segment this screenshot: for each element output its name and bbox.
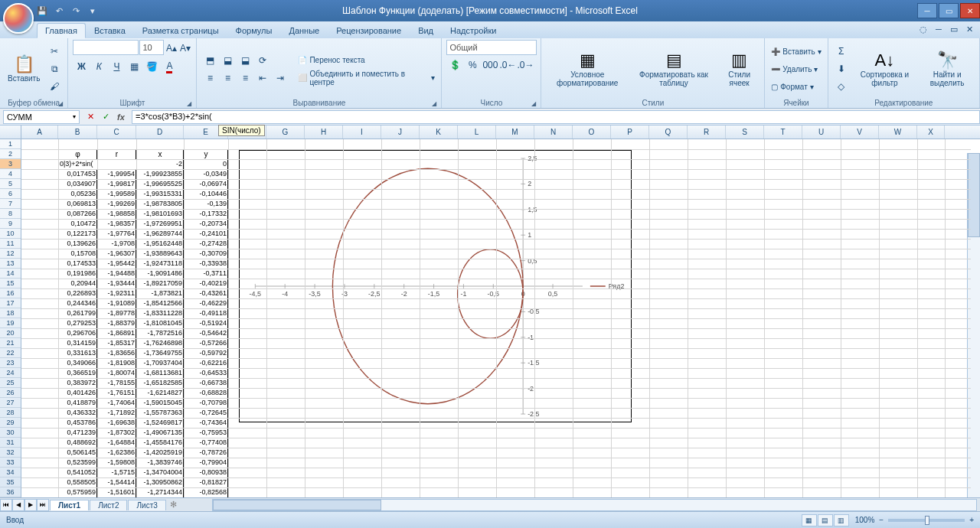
copy-icon[interactable]: ⧉ xyxy=(46,60,63,77)
cell-C6[interactable]: -1,99589 xyxy=(97,189,136,199)
tab-insert[interactable]: Вставка xyxy=(86,23,134,38)
col-header-R[interactable]: R xyxy=(688,125,726,139)
format-painter-icon[interactable]: 🖌 xyxy=(46,78,63,95)
comma-icon[interactable]: 000 xyxy=(482,57,498,73)
cell-D18[interactable]: -1,83311228 xyxy=(136,308,184,318)
clear-icon[interactable]: ◇ xyxy=(833,78,850,95)
doc-minimize-button[interactable]: ─ xyxy=(933,23,945,35)
tab-formulas[interactable]: Формулы xyxy=(227,23,281,38)
cell-B29[interactable]: 0,453786 xyxy=(58,418,97,428)
col-header-U[interactable]: U xyxy=(802,125,841,139)
col-header-B[interactable]: B xyxy=(58,125,97,139)
col-header-Q[interactable]: Q xyxy=(649,125,688,139)
border-icon[interactable]: ▦ xyxy=(126,58,142,75)
cell-C32[interactable]: -1,62386 xyxy=(97,448,136,458)
row-header-35[interactable]: 35 xyxy=(0,477,21,487)
cell-E32[interactable]: -0,78726 xyxy=(184,448,228,458)
select-all-corner[interactable] xyxy=(0,125,21,139)
cell-C19[interactable]: -1,88379 xyxy=(97,318,136,328)
cell-B14[interactable]: 0,191986 xyxy=(58,269,97,279)
cell-B16[interactable]: 0,226893 xyxy=(58,288,97,298)
cell-D33[interactable]: -1,3839746 xyxy=(136,458,184,468)
cell-B7[interactable]: 0,069813 xyxy=(58,199,97,209)
number-format-combo[interactable] xyxy=(446,40,537,55)
cell-B12[interactable]: 0,15708 xyxy=(58,249,97,259)
row-header-6[interactable]: 6 xyxy=(0,189,21,199)
conditional-format-button[interactable]: ▦Условное форматирование xyxy=(546,40,629,98)
tab-review[interactable]: Рецензирование xyxy=(328,23,410,38)
cell-E18[interactable]: -0,49118 xyxy=(184,308,228,318)
horizontal-scrollbar[interactable] xyxy=(212,499,977,511)
cell-E22[interactable]: -0,59792 xyxy=(184,348,228,358)
cut-icon[interactable]: ✂ xyxy=(46,43,63,60)
cell-styles-button[interactable]: ▥Стили ячеек xyxy=(719,40,760,98)
cell-D16[interactable]: -1,873821 xyxy=(136,288,184,298)
format-cells-button[interactable]: ▢ Формат ▾ xyxy=(769,78,822,95)
cell-E4[interactable]: -0,0349 xyxy=(184,169,228,179)
cell-D23[interactable]: -1,70937404 xyxy=(136,358,184,368)
row-header-33[interactable]: 33 xyxy=(0,458,21,468)
col-header-K[interactable]: K xyxy=(420,125,458,139)
cell-C17[interactable]: -1,91089 xyxy=(97,298,136,308)
cell-B13[interactable]: 0,174533 xyxy=(58,259,97,269)
cell-C11[interactable]: -1,9708 xyxy=(97,239,136,249)
row-header-11[interactable]: 11 xyxy=(0,239,21,249)
cell-E17[interactable]: -0,46229 xyxy=(184,298,228,308)
cell-E5[interactable]: -0,06974 xyxy=(184,179,228,189)
save-icon[interactable]: 💾 xyxy=(35,4,49,18)
cell-B17[interactable]: 0,244346 xyxy=(58,298,97,308)
cell-C16[interactable]: -1,92311 xyxy=(97,288,136,298)
col-header-H[interactable]: H xyxy=(305,125,343,139)
cell-E20[interactable]: -0,54642 xyxy=(184,328,228,338)
zoom-thumb[interactable] xyxy=(925,516,929,525)
cell-B26[interactable]: 0,401426 xyxy=(58,388,97,398)
cell-E7[interactable]: -0,139 xyxy=(184,199,228,209)
zoom-in-button[interactable]: + xyxy=(969,516,974,524)
cell-D29[interactable]: -1,52469817 xyxy=(136,418,184,428)
cell-D24[interactable]: -1,68113681 xyxy=(136,368,184,378)
cell-B18[interactable]: 0,261799 xyxy=(58,308,97,318)
bold-button[interactable]: Ж xyxy=(73,58,90,75)
row-header-5[interactable]: 5 xyxy=(0,179,21,189)
minimize-button[interactable]: ─ xyxy=(917,3,937,18)
row-header-14[interactable]: 14 xyxy=(0,269,21,279)
cell-E6[interactable]: -0,10446 xyxy=(184,189,228,199)
cell-C34[interactable]: -1,5715 xyxy=(97,468,136,477)
row-header-36[interactable]: 36 xyxy=(0,487,21,497)
row-header-9[interactable]: 9 xyxy=(0,219,21,229)
maximize-button[interactable]: ▭ xyxy=(939,3,959,18)
cell-C23[interactable]: -1,81908 xyxy=(97,358,136,368)
sheet-nav-first[interactable]: ⏮ xyxy=(0,499,12,511)
vertical-scrollbar[interactable] xyxy=(967,153,980,497)
cell-E26[interactable]: -0,68828 xyxy=(184,388,228,398)
find-select-button[interactable]: 🔭Найти и выделить xyxy=(920,40,975,98)
cell-C21[interactable]: -1,85317 xyxy=(97,338,136,348)
underline-button[interactable]: Ч xyxy=(108,58,125,75)
orientation-icon[interactable]: ⟳ xyxy=(254,52,271,69)
cell-B24[interactable]: 0,366519 xyxy=(58,368,97,378)
cell-D14[interactable]: -1,9091486 xyxy=(136,269,184,279)
new-sheet-button[interactable]: ✻ xyxy=(166,500,181,510)
row-header-20[interactable]: 20 xyxy=(0,328,21,338)
decrease-decimal-icon[interactable]: .0→ xyxy=(517,57,534,73)
zoom-out-button[interactable]: − xyxy=(879,516,884,524)
cell-B5[interactable]: 0,034907 xyxy=(58,179,97,189)
col-header-M[interactable]: M xyxy=(496,125,534,139)
cell-D15[interactable]: -1,89217059 xyxy=(136,279,184,288)
cell-C5[interactable]: -1,99817 xyxy=(97,179,136,189)
cell-E24[interactable]: -0,64533 xyxy=(184,368,228,378)
row-header-1[interactable]: 1 xyxy=(0,139,21,149)
col-header-A[interactable]: A xyxy=(21,125,58,139)
align-right-icon[interactable]: ≡ xyxy=(237,70,253,86)
cell-E23[interactable]: -0,62216 xyxy=(184,358,228,368)
col-header-P[interactable]: P xyxy=(611,125,649,139)
cell-D21[interactable]: -1,76246898 xyxy=(136,338,184,348)
italic-button[interactable]: К xyxy=(90,58,107,75)
cell-D8[interactable]: -1,98101693 xyxy=(136,209,184,219)
col-header-T[interactable]: T xyxy=(764,125,802,139)
cell-E8[interactable]: -0,17332 xyxy=(184,209,228,219)
font-name-combo[interactable] xyxy=(73,40,139,55)
cell-D26[interactable]: -1,6214827 xyxy=(136,388,184,398)
col-header-V[interactable]: V xyxy=(841,125,879,139)
cell-B4[interactable]: 0,017453 xyxy=(58,169,97,179)
